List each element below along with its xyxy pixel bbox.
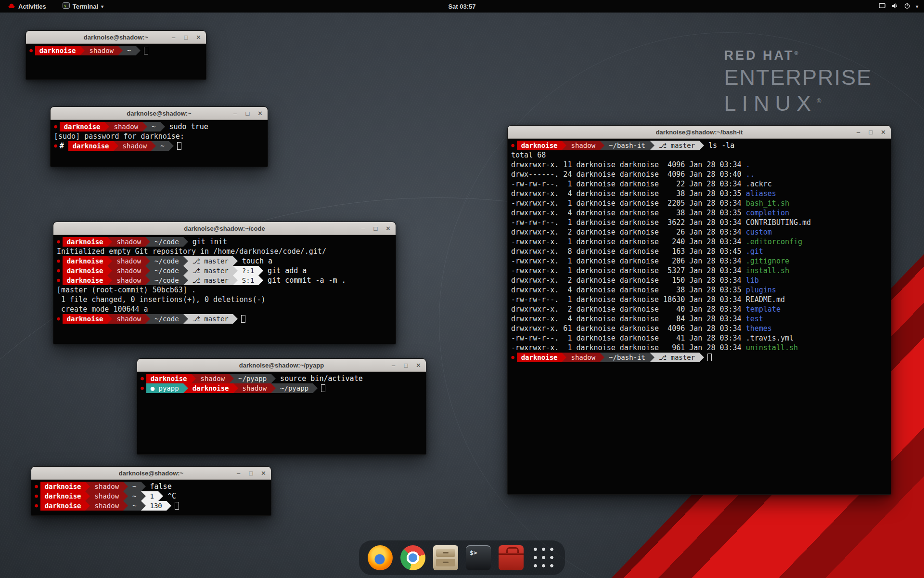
prompt-icon: ● [511,141,514,150]
minimize-button[interactable]: – [855,129,861,136]
power-icon[interactable] [903,2,911,11]
terminal-output-line: drwx------. 24 darknoise darknoise 4096 … [511,170,887,179]
terminal-output-line: -rw-rw-r--. 1 darknoise darknoise 41 Jan… [511,333,887,343]
volume-icon[interactable] [891,2,898,11]
terminal-content[interactable]: ●darknoiseshadow~ false●darknoiseshadow~… [31,480,271,515]
app-menu[interactable]: $ Terminal ▾ [60,0,106,13]
app-menu-label: Terminal [73,3,98,10]
terminal-prompt-glyph: $> [470,549,477,556]
terminal-output-line: 1 file changed, 0 insertions(+), 0 delet… [57,295,392,304]
window-titlebar[interactable]: darknoise@shadow:~ – □ ✕ [51,107,268,120]
terminal-output-line: drwxrwxr-x. 2 darknoise darknoise 150 Ja… [511,276,887,285]
terminal-output-line: drwxrwxr-x. 2 darknoise darknoise 26 Jan… [511,227,887,237]
activities-button[interactable]: Activities [5,0,49,13]
chevron-down-icon: ▾ [101,4,103,9]
prompt-icon: ● [54,141,57,151]
terminal-prompt-line: ●darknoiseshadow~ sudo true [54,122,264,131]
dock-terminal-icon[interactable]: $> [466,545,491,570]
window-titlebar[interactable]: darknoise@shadow:~ – □ ✕ [31,467,271,480]
terminal-content[interactable]: ●darknoiseshadow~/pyapp source bin/activ… [137,372,426,454]
terminal-prompt-line: ●darknoiseshadow~/code git init [57,237,392,247]
terminal-window: darknoise@shadow:~/code – □ ✕ ●darknoise… [53,222,396,344]
terminal-prompt-line: ●● pyappdarknoiseshadow~/pyapp [141,383,423,393]
terminal-output-line: create mode 100644 a [57,304,392,314]
terminal-prompt-line: ●darknoiseshadow~/code⎇ master?:1 git ad… [57,266,392,276]
branding-linux: LINUX® [724,91,872,116]
dock-files-icon[interactable] [433,545,458,570]
chevron-down-icon[interactable]: ▾ [916,4,918,9]
maximize-button[interactable]: □ [244,110,251,117]
terminal-prompt-line: ●darknoiseshadow~/code⎇ masterS:1 git co… [57,276,392,285]
prompt-icon: ● [57,237,60,247]
dock-appgrid-icon[interactable] [531,545,556,570]
terminal-content[interactable]: ●darknoiseshadow~/code git initInitializ… [53,235,396,344]
dock-firefox-icon[interactable] [368,545,393,570]
terminal-prompt-line: ●darknoiseshadow~/bash-it⎇ master ls -la [511,141,887,150]
terminal-cursor [707,354,712,361]
terminal-cursor [175,502,179,510]
terminal-prompt-line: ●darknoiseshadow~ false [35,482,268,491]
terminal-output-line: -rw-rw-r--. 1 darknoise darknoise 18630 … [511,295,887,304]
minimize-button[interactable]: – [390,362,397,369]
prompt-icon: ● [57,276,60,285]
terminal-window: darknoise@shadow:~/bash-it – □ ✕ ●darkno… [507,125,891,495]
window-titlebar[interactable]: darknoise@shadow:~ – □ ✕ [26,31,206,44]
terminal-content[interactable]: ●darknoiseshadow~ [26,44,206,79]
window-title: darknoise@shadow:~/bash-it [508,126,891,139]
terminal-output-line: total 68 [511,150,887,160]
maximize-button[interactable]: □ [248,470,254,477]
window-titlebar[interactable]: darknoise@shadow:~/pyapp – □ ✕ [137,359,426,372]
close-button[interactable]: ✕ [195,34,202,41]
window-title: darknoise@shadow:~/pyapp [137,359,426,372]
close-button[interactable]: ✕ [415,362,422,369]
terminal-prompt-line: ●darknoiseshadow~/bash-it⎇ master [511,353,887,362]
terminal-window: darknoise@shadow:~ – □ ✕ ●darknoiseshado… [26,30,206,80]
terminal-content[interactable]: ●darknoiseshadow~ sudo true[sudo] passwo… [51,120,268,167]
redhat-logo-icon [8,2,15,11]
terminal-prompt-line: ●darknoiseshadow~/code⎇ master [57,314,392,324]
dock-chrome-icon[interactable] [400,545,425,570]
terminal-output-line: drwxrwxr-x. 8 darknoise darknoise 163 Ja… [511,247,887,256]
terminal-window: darknoise@shadow:~ – □ ✕ ●darknoiseshado… [31,466,271,516]
terminal-prompt-line: ●darknoiseshadow~130 [35,501,268,511]
window-titlebar[interactable]: darknoise@shadow:~/code – □ ✕ [53,222,396,235]
close-button[interactable]: ✕ [880,129,886,136]
terminal-cursor [177,142,181,150]
close-button[interactable]: ✕ [257,110,263,117]
terminal-output-line: -rwxrwxr-x. 1 darknoise darknoise 5327 J… [511,266,887,276]
close-button[interactable]: ✕ [260,470,267,477]
terminal-output-line: drwxrwxr-x. 61 darknoise darknoise 4096 … [511,324,887,333]
dock: $> [359,540,565,575]
terminal-cursor [144,47,148,54]
minimize-button[interactable]: – [235,470,242,477]
terminal-output-line: drwxrwxr-x. 2 darknoise darknoise 40 Jan… [511,304,887,314]
maximize-button[interactable]: □ [183,34,189,41]
dock-toolbox-icon[interactable] [499,545,524,570]
maximize-button[interactable]: □ [868,129,874,136]
registered-mark: ® [794,50,800,56]
branding-enterprise: ENTERPRISE [724,65,872,90]
prompt-icon: ● [141,383,144,393]
terminal-output-line: drwxrwxr-x. 4 darknoise darknoise 38 Jan… [511,285,887,295]
terminal-prompt-line: ●darknoiseshadow~ [29,46,203,55]
minimize-button[interactable]: – [170,34,177,41]
window-titlebar[interactable]: darknoise@shadow:~/bash-it – □ ✕ [508,126,891,139]
display-icon[interactable] [878,2,886,11]
terminal-prompt-line: ●darknoiseshadow~1 ^C [35,491,268,501]
maximize-button[interactable]: □ [372,225,379,232]
terminal-output-line: -rw-rw-r--. 1 darknoise darknoise 3622 J… [511,218,887,227]
prompt-icon: ● [141,374,144,383]
terminal-output-line: drwxrwxr-x. 11 darknoise darknoise 4096 … [511,160,887,170]
terminal-cursor [241,315,245,323]
minimize-button[interactable]: – [360,225,366,232]
branding-redhat: RED HAT® [724,48,872,63]
terminal-output-line: drwxrwxr-x. 4 darknoise darknoise 38 Jan… [511,208,887,218]
clock[interactable]: Sat 03:57 [448,3,475,10]
maximize-button[interactable]: □ [403,362,409,369]
close-button[interactable]: ✕ [385,225,391,232]
prompt-icon: ● [35,501,38,511]
minimize-button[interactable]: – [232,110,238,117]
terminal-window: darknoise@shadow:~ – □ ✕ ●darknoiseshado… [50,106,268,167]
terminal-content[interactable]: ●darknoiseshadow~/bash-it⎇ master ls -la… [508,139,891,494]
window-title: darknoise@shadow:~/code [53,222,396,235]
